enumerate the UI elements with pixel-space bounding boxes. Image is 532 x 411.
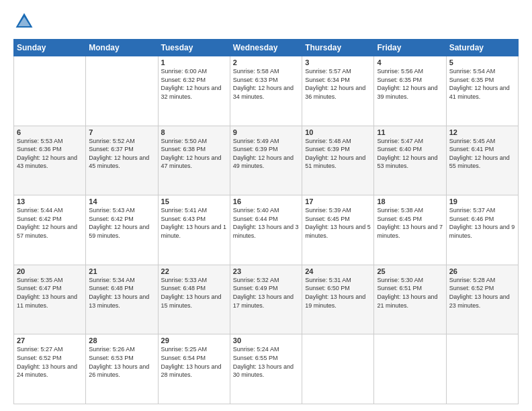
sunrise-text: Sunrise: 5:27 AM [17, 345, 83, 354]
day-info: Sunrise: 5:49 AM Sunset: 6:39 PM Dayligh… [233, 137, 299, 171]
sunset-text: Sunset: 6:37 PM [89, 145, 154, 154]
calendar-cell: 21 Sunrise: 5:34 AM Sunset: 6:48 PM Dayl… [86, 265, 158, 334]
day-info: Sunrise: 5:32 AM Sunset: 6:49 PM Dayligh… [233, 276, 299, 310]
day-info: Sunrise: 5:30 AM Sunset: 6:51 PM Dayligh… [377, 276, 443, 310]
calendar-cell: 23 Sunrise: 5:32 AM Sunset: 6:49 PM Dayl… [230, 265, 302, 334]
day-number: 14 [89, 197, 154, 205]
day-number: 29 [161, 336, 227, 345]
calendar-cell [14, 56, 86, 126]
sunrise-text: Sunrise: 5:26 AM [89, 345, 154, 354]
daylight-text: Daylight: 13 hours and 13 minutes. [89, 293, 154, 310]
day-info: Sunrise: 5:31 AM Sunset: 6:50 PM Dayligh… [305, 276, 371, 310]
sunset-text: Sunset: 6:48 PM [161, 284, 227, 293]
daylight-text: Daylight: 12 hours and 32 minutes. [161, 84, 227, 101]
sunrise-text: Sunrise: 5:34 AM [89, 276, 154, 285]
calendar-cell: 5 Sunrise: 5:54 AM Sunset: 6:35 PM Dayli… [446, 56, 518, 126]
day-number: 1 [161, 58, 227, 66]
calendar-cell [446, 334, 518, 404]
weekday-header-monday: Monday [86, 40, 158, 56]
weekday-header-saturday: Saturday [446, 40, 518, 56]
calendar-cell: 12 Sunrise: 5:45 AM Sunset: 6:41 PM Dayl… [446, 126, 518, 195]
sunset-text: Sunset: 6:35 PM [377, 76, 443, 85]
daylight-text: Daylight: 13 hours and 7 minutes. [377, 223, 443, 240]
week-row-1: 1 Sunrise: 6:00 AM Sunset: 6:32 PM Dayli… [14, 56, 519, 126]
calendar-cell: 14 Sunrise: 5:43 AM Sunset: 6:42 PM Dayl… [86, 195, 158, 265]
calendar-cell: 19 Sunrise: 5:37 AM Sunset: 6:46 PM Dayl… [446, 195, 518, 265]
calendar-cell: 18 Sunrise: 5:38 AM Sunset: 6:45 PM Dayl… [374, 195, 446, 265]
day-number: 15 [161, 197, 227, 205]
day-info: Sunrise: 5:57 AM Sunset: 6:34 PM Dayligh… [305, 67, 371, 101]
day-info: Sunrise: 5:27 AM Sunset: 6:52 PM Dayligh… [17, 345, 83, 379]
day-info: Sunrise: 5:47 AM Sunset: 6:40 PM Dayligh… [377, 137, 443, 171]
calendar-cell: 24 Sunrise: 5:31 AM Sunset: 6:50 PM Dayl… [302, 265, 374, 334]
sunrise-text: Sunrise: 5:31 AM [305, 276, 371, 285]
sunrise-text: Sunrise: 5:28 AM [449, 276, 515, 285]
sunset-text: Sunset: 6:33 PM [233, 76, 299, 85]
day-info: Sunrise: 5:24 AM Sunset: 6:55 PM Dayligh… [233, 345, 299, 379]
sunrise-text: Sunrise: 5:32 AM [233, 276, 299, 285]
sunset-text: Sunset: 6:39 PM [305, 145, 371, 154]
calendar-cell [302, 334, 374, 404]
calendar-cell: 3 Sunrise: 5:57 AM Sunset: 6:34 PM Dayli… [302, 56, 374, 126]
calendar-cell: 27 Sunrise: 5:27 AM Sunset: 6:52 PM Dayl… [14, 334, 86, 404]
day-info: Sunrise: 5:26 AM Sunset: 6:53 PM Dayligh… [89, 345, 154, 379]
calendar-cell: 29 Sunrise: 5:25 AM Sunset: 6:54 PM Dayl… [158, 334, 230, 404]
weekday-header-thursday: Thursday [302, 40, 374, 56]
day-number: 16 [233, 197, 299, 205]
day-number: 4 [377, 58, 443, 66]
day-number: 23 [233, 267, 299, 275]
sunset-text: Sunset: 6:41 PM [449, 145, 515, 154]
calendar-cell: 10 Sunrise: 5:48 AM Sunset: 6:39 PM Dayl… [302, 126, 374, 195]
sunrise-text: Sunrise: 5:47 AM [377, 137, 443, 146]
daylight-text: Daylight: 12 hours and 39 minutes. [377, 84, 443, 101]
daylight-text: Daylight: 13 hours and 30 minutes. [233, 363, 299, 379]
sunrise-text: Sunrise: 5:43 AM [89, 206, 154, 215]
calendar-cell: 1 Sunrise: 6:00 AM Sunset: 6:32 PM Dayli… [158, 56, 230, 126]
day-info: Sunrise: 6:00 AM Sunset: 6:32 PM Dayligh… [161, 67, 227, 101]
day-info: Sunrise: 5:43 AM Sunset: 6:42 PM Dayligh… [89, 206, 154, 240]
sunrise-text: Sunrise: 5:50 AM [161, 137, 227, 146]
day-number: 21 [89, 267, 154, 275]
calendar-cell: 28 Sunrise: 5:26 AM Sunset: 6:53 PM Dayl… [86, 334, 158, 404]
sunset-text: Sunset: 6:55 PM [233, 354, 299, 363]
weekday-header-wednesday: Wednesday [230, 40, 302, 56]
day-number: 19 [449, 197, 515, 205]
sunset-text: Sunset: 6:40 PM [377, 145, 443, 154]
daylight-text: Daylight: 12 hours and 36 minutes. [305, 84, 371, 101]
week-row-5: 27 Sunrise: 5:27 AM Sunset: 6:52 PM Dayl… [14, 334, 519, 404]
daylight-text: Daylight: 12 hours and 51 minutes. [305, 154, 371, 171]
daylight-text: Daylight: 13 hours and 26 minutes. [89, 363, 154, 379]
day-number: 27 [17, 336, 83, 345]
sunset-text: Sunset: 6:47 PM [17, 284, 83, 293]
calendar-cell: 7 Sunrise: 5:52 AM Sunset: 6:37 PM Dayli… [86, 126, 158, 195]
calendar-cell [86, 56, 158, 126]
day-info: Sunrise: 5:35 AM Sunset: 6:47 PM Dayligh… [17, 276, 83, 310]
day-number: 8 [161, 128, 227, 136]
sunset-text: Sunset: 6:50 PM [305, 284, 371, 293]
sunrise-text: Sunrise: 5:37 AM [449, 206, 515, 215]
calendar-cell: 16 Sunrise: 5:40 AM Sunset: 6:44 PM Dayl… [230, 195, 302, 265]
logo [13, 11, 38, 32]
day-number: 26 [449, 267, 515, 275]
sunset-text: Sunset: 6:49 PM [233, 284, 299, 293]
daylight-text: Daylight: 13 hours and 11 minutes. [17, 293, 83, 310]
day-info: Sunrise: 5:41 AM Sunset: 6:43 PM Dayligh… [161, 206, 227, 240]
daylight-text: Daylight: 12 hours and 55 minutes. [449, 154, 515, 171]
sunset-text: Sunset: 6:42 PM [89, 215, 154, 224]
calendar-cell: 17 Sunrise: 5:39 AM Sunset: 6:45 PM Dayl… [302, 195, 374, 265]
sunrise-text: Sunrise: 6:00 AM [161, 67, 227, 76]
day-info: Sunrise: 5:52 AM Sunset: 6:37 PM Dayligh… [89, 137, 154, 171]
calendar-cell: 13 Sunrise: 5:44 AM Sunset: 6:42 PM Dayl… [14, 195, 86, 265]
day-info: Sunrise: 5:28 AM Sunset: 6:52 PM Dayligh… [449, 276, 515, 310]
day-info: Sunrise: 5:37 AM Sunset: 6:46 PM Dayligh… [449, 206, 515, 240]
sunset-text: Sunset: 6:45 PM [377, 215, 443, 224]
calendar-cell: 9 Sunrise: 5:49 AM Sunset: 6:39 PM Dayli… [230, 126, 302, 195]
day-info: Sunrise: 5:58 AM Sunset: 6:33 PM Dayligh… [233, 67, 299, 101]
daylight-text: Daylight: 13 hours and 15 minutes. [161, 293, 227, 310]
weekday-header-friday: Friday [374, 40, 446, 56]
sunset-text: Sunset: 6:42 PM [17, 215, 83, 224]
day-number: 10 [305, 128, 371, 136]
weekday-header-tuesday: Tuesday [158, 40, 230, 56]
daylight-text: Daylight: 13 hours and 23 minutes. [449, 293, 515, 310]
sunset-text: Sunset: 6:36 PM [17, 145, 83, 154]
